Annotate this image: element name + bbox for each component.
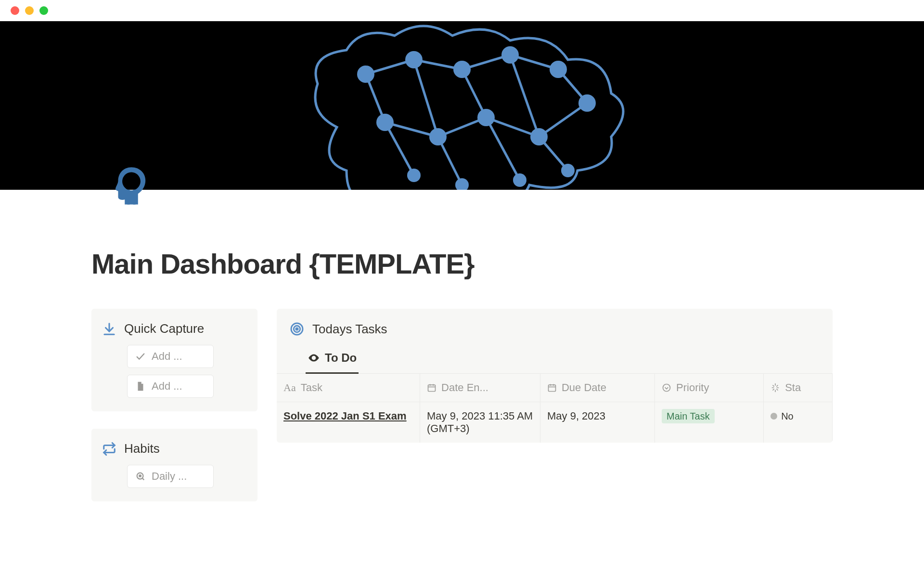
calendar-icon: [427, 383, 436, 393]
svg-rect-32: [133, 190, 135, 205]
target-icon: [289, 321, 305, 337]
maximize-window-button[interactable]: [39, 6, 48, 15]
status-dot-icon: [770, 413, 777, 420]
svg-point-26: [530, 128, 548, 145]
col-priority[interactable]: Priority: [655, 374, 764, 402]
svg-line-56: [777, 389, 778, 390]
svg-point-23: [376, 114, 394, 131]
svg-point-36: [139, 475, 141, 477]
loading-spinner-icon: [770, 383, 780, 393]
cell-priority: Main Task: [655, 402, 764, 443]
tab-todo[interactable]: To Do: [306, 345, 359, 374]
svg-point-20: [501, 46, 519, 64]
daily-habit-button[interactable]: Daily ...: [127, 465, 214, 488]
svg-point-50: [663, 384, 670, 392]
cell-due-date: May 9, 2023: [540, 402, 654, 443]
sidebar: Quick Capture Add ... Add ...: [91, 309, 257, 501]
svg-line-10: [414, 60, 438, 137]
svg-line-9: [539, 103, 587, 137]
page-icon[interactable]: [111, 165, 152, 208]
todays-tasks-title: Todays Tasks: [312, 322, 387, 337]
repeat-icon: [102, 442, 116, 456]
col-task[interactable]: Aa Task: [277, 374, 420, 402]
svg-line-12: [510, 55, 539, 137]
page-title[interactable]: Main Dashboard {TEMPLATE}: [91, 248, 833, 280]
tasks-table: Aa Task Date En... Due Date: [277, 374, 833, 443]
head-profile-icon: [111, 165, 152, 206]
quick-capture-card: Quick Capture Add ... Add ...: [91, 309, 257, 411]
svg-point-22: [578, 94, 596, 112]
svg-point-40: [296, 328, 298, 330]
svg-point-41: [313, 357, 315, 359]
cell-task[interactable]: Solve 2022 Jan S1 Exam: [277, 402, 420, 443]
svg-rect-31: [127, 190, 129, 205]
col-due-date[interactable]: Due Date: [540, 374, 654, 402]
svg-point-21: [550, 61, 567, 78]
habits-card: Habits Daily ...: [91, 429, 257, 501]
table-row[interactable]: Solve 2022 Jan S1 Exam May 9, 2023 11:35…: [277, 402, 833, 443]
svg-rect-42: [428, 385, 436, 391]
add-task-button[interactable]: Add ...: [127, 345, 214, 368]
svg-point-30: [561, 164, 575, 177]
close-window-button[interactable]: [11, 6, 19, 15]
calendar-icon: [547, 383, 557, 393]
add-task-label: Add ...: [152, 350, 182, 363]
svg-point-18: [405, 51, 423, 68]
svg-line-37: [142, 478, 144, 480]
svg-point-25: [477, 109, 495, 126]
tab-todo-label: To Do: [325, 351, 357, 365]
window-chrome: [0, 0, 924, 21]
svg-point-29: [513, 173, 526, 187]
file-icon: [135, 381, 146, 392]
svg-point-28: [455, 178, 469, 190]
quick-capture-title: Quick Capture: [124, 321, 204, 336]
download-arrow-icon: [102, 322, 116, 336]
search-target-icon: [135, 471, 146, 482]
svg-line-58: [777, 385, 778, 386]
brain-network-icon: [279, 21, 645, 190]
svg-line-57: [773, 389, 774, 390]
svg-line-55: [773, 385, 774, 386]
habits-title: Habits: [124, 441, 160, 456]
svg-point-24: [429, 128, 447, 145]
cell-date-entered: May 9, 2023 11:35 AM (GMT+3): [420, 402, 540, 443]
svg-point-19: [453, 61, 471, 78]
svg-point-17: [357, 66, 374, 83]
text-type-icon: Aa: [283, 381, 296, 394]
minimize-window-button[interactable]: [25, 6, 34, 15]
check-icon: [135, 351, 146, 362]
dropdown-circle-icon: [662, 383, 671, 393]
add-note-label: Add ...: [152, 380, 182, 393]
add-note-button[interactable]: Add ...: [127, 375, 214, 398]
eye-icon: [308, 352, 320, 364]
svg-point-27: [407, 169, 421, 182]
daily-habit-label: Daily ...: [152, 470, 187, 483]
svg-rect-46: [548, 385, 555, 391]
todays-tasks-card: Todays Tasks To Do: [277, 309, 833, 443]
col-date-entered[interactable]: Date En...: [420, 374, 540, 402]
col-status[interactable]: Sta: [764, 374, 833, 402]
cell-status: No: [764, 402, 833, 443]
